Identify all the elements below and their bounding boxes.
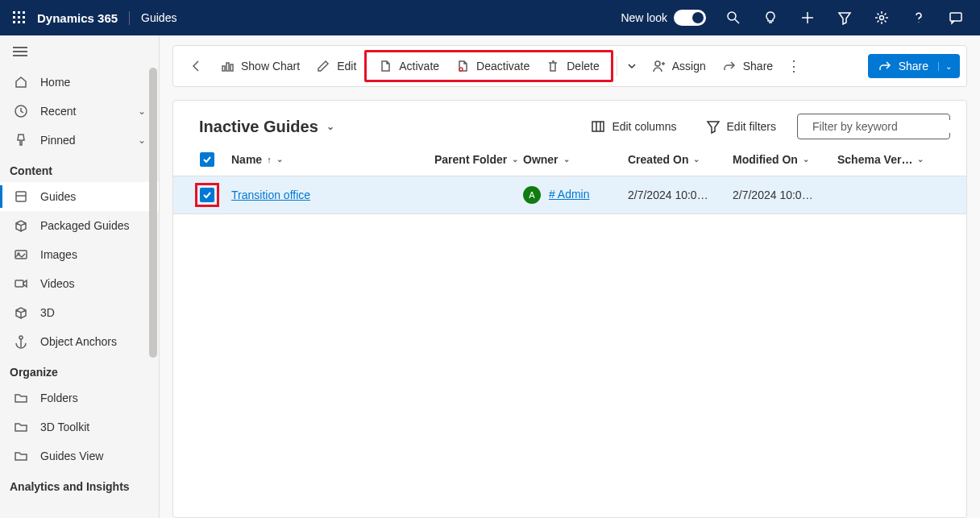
- new-look-toggle[interactable]: New look: [621, 10, 706, 26]
- chevron-down-icon: [627, 61, 637, 71]
- column-header-name[interactable]: Name ↑ ⌄: [225, 153, 434, 166]
- row-created: 2/7/2024 10:0…: [628, 189, 733, 201]
- sidebar-item-object-anchors[interactable]: Object Anchors: [0, 327, 159, 356]
- svg-point-13: [880, 16, 884, 20]
- edit-columns-button[interactable]: Edit columns: [583, 114, 684, 139]
- nav-label: Object Anchors: [40, 335, 146, 348]
- svg-rect-3: [13, 16, 15, 19]
- delete-button[interactable]: Delete: [538, 54, 607, 78]
- chevron-down-icon: ⌄: [938, 62, 952, 71]
- product-brand[interactable]: Dynamics 365: [37, 11, 130, 25]
- chevron-down-icon: ⌄: [917, 155, 924, 164]
- column-header-parent[interactable]: Parent Folder ⌄: [434, 153, 523, 166]
- column-header-schema[interactable]: Schema Ver… ⌄: [837, 153, 926, 166]
- settings-button[interactable]: [864, 0, 899, 35]
- delete-dropdown-button[interactable]: [621, 56, 643, 76]
- chevron-down-icon: ⌄: [276, 155, 283, 164]
- view-selector[interactable]: Inactive Guides ⌄: [199, 118, 334, 136]
- app-launcher-button[interactable]: [6, 5, 32, 31]
- edit-filters-button[interactable]: Edit filters: [698, 114, 784, 139]
- search-input[interactable]: [812, 120, 953, 133]
- header-text: Parent Folder: [434, 153, 507, 166]
- nav-label: Pinned: [40, 134, 127, 147]
- column-header-created[interactable]: Created On ⌄: [628, 153, 733, 166]
- sidebar-item-home[interactable]: Home: [0, 68, 159, 97]
- row-owner-link[interactable]: # Admin: [549, 188, 590, 201]
- sidebar-item-videos[interactable]: Videos: [0, 269, 159, 298]
- folder-icon: [13, 391, 29, 405]
- share-button[interactable]: Share: [714, 54, 781, 78]
- funnel-icon: [837, 10, 852, 25]
- cmd-label: Show Chart: [241, 60, 300, 73]
- btn-label: Edit columns: [612, 120, 676, 133]
- column-header-modified[interactable]: Modified On ⌄: [733, 153, 837, 166]
- sidebar-collapse-button[interactable]: [0, 35, 159, 68]
- row-checkbox-wrapper[interactable]: [189, 183, 225, 207]
- back-button[interactable]: [180, 59, 212, 73]
- show-chart-button[interactable]: Show Chart: [212, 54, 308, 78]
- svg-rect-6: [13, 21, 15, 23]
- cube-icon: [13, 305, 29, 320]
- hamburger-icon: [13, 46, 27, 57]
- sidebar-item-folders[interactable]: Folders: [0, 383, 159, 412]
- filter-button[interactable]: [827, 0, 862, 35]
- share-primary-button[interactable]: Share ⌄: [868, 54, 960, 78]
- sidebar-section-organize: Organize: [0, 356, 159, 383]
- search-button[interactable]: [716, 0, 751, 35]
- chart-icon: [220, 59, 235, 73]
- keyword-search[interactable]: [797, 114, 950, 139]
- view-title-text: Inactive Guides: [199, 118, 318, 136]
- nav-label: 3D Toolkit: [40, 421, 146, 433]
- sidebar-item-images[interactable]: Images: [0, 240, 159, 269]
- deactivate-button[interactable]: Deactivate: [447, 54, 538, 78]
- nav-label: Recent: [40, 105, 127, 118]
- sidebar-item-packaged-guides[interactable]: Packaged Guides: [0, 211, 159, 240]
- main-content: Show Chart Edit Activate Deactivate Dele…: [160, 35, 980, 518]
- sidebar-item-3d[interactable]: 3D: [0, 298, 159, 327]
- chevron-down-icon: ⌄: [138, 135, 146, 146]
- svg-point-9: [728, 12, 736, 20]
- top-bar: Dynamics 365 Guides New look: [0, 0, 980, 35]
- select-all-checkbox[interactable]: [189, 152, 225, 167]
- table-row[interactable]: Transition office A # Admin 2/7/2024 10:…: [173, 176, 966, 214]
- activate-button[interactable]: Activate: [370, 54, 447, 78]
- grid-container: Inactive Guides ⌄ Edit columns Edit filt…: [172, 100, 967, 518]
- btn-label: Edit filters: [727, 120, 776, 133]
- scrollbar-thumb[interactable]: [149, 68, 157, 358]
- assign-button[interactable]: Assign: [643, 54, 714, 78]
- sidebar-item-guides-view[interactable]: Guides View: [0, 441, 159, 470]
- chevron-down-icon: ⌄: [803, 155, 809, 164]
- nav-label: Guides: [40, 190, 146, 203]
- person-icon: [651, 59, 666, 73]
- chevron-down-icon: ⌄: [138, 106, 146, 117]
- assistant-button[interactable]: [938, 0, 974, 35]
- sort-up-icon: ↑: [267, 155, 272, 164]
- search-icon: [726, 10, 741, 25]
- cmd-label: Share: [743, 60, 773, 73]
- arrow-left-icon: [189, 59, 203, 73]
- row-name-link[interactable]: Transition office: [231, 189, 310, 201]
- nav-label: Videos: [40, 277, 146, 290]
- help-button[interactable]: [901, 0, 936, 35]
- sidebar-item-3d-toolkit[interactable]: 3D Toolkit: [0, 412, 159, 441]
- edit-button[interactable]: Edit: [308, 54, 364, 78]
- overflow-button[interactable]: ⋮: [781, 57, 807, 75]
- nav-label: Images: [40, 248, 146, 261]
- svg-rect-0: [13, 11, 15, 14]
- sidebar-item-recent[interactable]: Recent ⌄: [0, 97, 159, 126]
- sidebar-item-pinned[interactable]: Pinned ⌄: [0, 126, 159, 155]
- svg-rect-2: [23, 11, 25, 14]
- add-button[interactable]: [790, 0, 825, 35]
- document-x-icon: [455, 59, 470, 73]
- svg-line-10: [735, 19, 739, 23]
- column-header-owner[interactable]: Owner ⌄: [523, 153, 628, 166]
- svg-point-24: [19, 336, 23, 339]
- waffle-icon: [13, 11, 26, 24]
- sidebar-item-guides[interactable]: Guides: [0, 182, 159, 211]
- lightbulb-icon: [763, 10, 778, 25]
- ideas-button[interactable]: [753, 0, 788, 35]
- folder-icon: [13, 420, 29, 434]
- svg-rect-8: [23, 21, 25, 23]
- new-look-label: New look: [621, 11, 667, 24]
- app-name[interactable]: Guides: [130, 11, 176, 24]
